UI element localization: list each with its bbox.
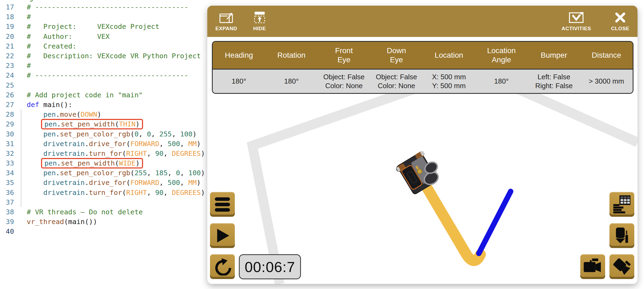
activities-button[interactable]: ACTIVITIES [562, 11, 591, 32]
code-line[interactable]: 33 pen.set_pen_width(WIDE) [0, 158, 207, 168]
code-text: # Project: VEXcode Project [27, 22, 159, 30]
code-text: # ------------------------------------- [27, 71, 188, 79]
code-text: # Add project code in "main" [27, 91, 143, 99]
play-button[interactable] [210, 223, 235, 248]
code-line[interactable]: 30 pen.set_pen_color_rgb(0, 0, 255, 100) [0, 129, 207, 139]
camera-3d-view-button[interactable] [609, 254, 634, 279]
line-number: 25 [0, 81, 14, 89]
line-number: 17 [0, 3, 14, 11]
dashboard-value: Object: FalseColor: None [370, 70, 423, 93]
code-line[interactable]: 38# VR threads — Do not delete [0, 207, 207, 217]
code-editor[interactable]: g 17# ----------------------------------… [0, 0, 207, 289]
dashboard-column-header: FrontEye [318, 42, 370, 69]
indent-guide [21, 109, 21, 207]
reset-button[interactable] [210, 254, 235, 279]
dashboard-value: Left: FalseRight: False [528, 70, 580, 93]
code-line[interactable]: 25 [0, 80, 207, 90]
code-text: # ------------------------------------- [27, 3, 188, 11]
code-line[interactable]: 40 [0, 226, 207, 236]
menu-icon [215, 197, 230, 212]
code-line[interactable]: 35 drivetrain.drive_for(FORWARD, 500, MM… [0, 178, 207, 187]
playground-toolbar: EXPAND HIDE ACTIVITIES [207, 6, 638, 37]
code-line[interactable]: 17# ------------------------------------… [0, 2, 207, 12]
code-text: drivetrain.drive_for(FORWARD, 500, MM) [27, 140, 201, 148]
dashboard-column-header: DownEye [370, 42, 423, 69]
play-icon [214, 227, 231, 244]
line-number: 38 [0, 208, 14, 216]
line-number: 37 [0, 198, 14, 206]
dashboard-icon [612, 195, 631, 214]
dashboard-column-header: LocationAngle [475, 42, 528, 69]
code-lines: 17# ------------------------------------… [0, 2, 207, 236]
code-text: # Description: VEXcode VR Python Project [27, 52, 201, 60]
dashboard-toggle-button[interactable] [609, 192, 634, 217]
code-line[interactable]: 36 drivetrain.turn_for(RIGHT, 90, DEGREE… [0, 188, 207, 197]
code-line[interactable]: 18# [0, 12, 207, 22]
dashboard-column-header: Bumper [528, 42, 580, 69]
dashboard-value-row: 180°180°Object: FalseColor: NoneObject: … [213, 69, 633, 93]
code-line[interactable]: 20# Author: VEX [0, 32, 207, 41]
code-text: # [27, 13, 35, 21]
code-line[interactable]: 32 drivetrain.turn_for(RIGHT, 90, DEGREE… [0, 149, 207, 158]
robot [395, 148, 445, 196]
line-number: 28 [0, 110, 14, 118]
timer-value: 00:06:7 [245, 259, 295, 275]
line-number: 27 [0, 101, 14, 109]
code-line[interactable]: 22# Description: VEXcode VR Python Proje… [0, 51, 207, 61]
code-text: def main(): [27, 101, 72, 109]
code-line[interactable]: 31 drivetrain.drive_for(FORWARD, 500, MM… [0, 139, 207, 149]
line-number: 22 [0, 52, 14, 60]
code-line[interactable]: 27def main(): [0, 100, 207, 109]
hide-button[interactable]: HIDE [253, 11, 266, 32]
dashboard-column-header: Location [423, 42, 475, 69]
code-text: pen.set_pen_width(THIN) [27, 119, 143, 129]
code-text: # Author: VEX [27, 32, 110, 40]
camera-3d-icon [612, 257, 631, 276]
code-line[interactable]: 24# ------------------------------------… [0, 70, 207, 80]
line-number: 34 [0, 169, 14, 177]
dashboard-value: > 3000 mm [580, 70, 633, 93]
dashboard-value: 180° [213, 70, 265, 93]
camera-icon [583, 257, 602, 276]
code-text: drivetrain.turn_for(RIGHT, 90, DEGREES) [27, 188, 205, 197]
line-number: 36 [0, 188, 14, 197]
sensor-dashboard: HeadingRotationFrontEyeDownEyeLocationLo… [212, 41, 633, 94]
close-button[interactable]: CLOSE [611, 11, 629, 32]
code-text: drivetrain.drive_for(FORWARD, 500, MM) [27, 178, 201, 187]
code-line[interactable]: 29 pen.set_pen_width(THIN) [0, 119, 207, 129]
vr-playground-panel: EXPAND HIDE ACTIVITIES [207, 6, 638, 284]
hide-label: HIDE [253, 26, 266, 32]
dashboard-header-row: HeadingRotationFrontEyeDownEyeLocationLo… [213, 42, 633, 69]
dashboard-column-header: Distance [580, 42, 633, 69]
pen-tool-icon [612, 226, 631, 245]
pen-tool-button[interactable] [609, 223, 634, 248]
code-line[interactable]: 37 [0, 197, 207, 207]
code-line[interactable]: 28 pen.move(DOWN) [0, 109, 207, 119]
line-number: 40 [0, 227, 14, 235]
line-number: 33 [0, 159, 14, 167]
code-line[interactable]: 21# Created: [0, 41, 207, 51]
line-number: 30 [0, 130, 14, 138]
expand-icon [219, 11, 233, 24]
menu-button[interactable] [210, 192, 235, 217]
reset-icon [213, 258, 231, 276]
camera-view-button[interactable] [580, 254, 605, 279]
line-number: 23 [0, 61, 14, 70]
expand-button[interactable]: EXPAND [215, 11, 237, 32]
code-line[interactable]: 23# [0, 61, 207, 70]
code-line[interactable]: 34 pen.set_pen_color_rgb(255, 185, 0, 10… [0, 168, 207, 178]
dashboard-column-header: Heading [213, 42, 265, 69]
activities-icon [569, 11, 584, 24]
line-number: 26 [0, 91, 14, 99]
line-number: 18 [0, 13, 14, 21]
close-label: CLOSE [611, 26, 629, 32]
hide-icon [253, 11, 266, 24]
code-line[interactable]: 19# Project: VEXcode Project [0, 22, 207, 31]
expand-label: EXPAND [215, 26, 237, 32]
line-number: 19 [0, 22, 14, 30]
code-line[interactable]: 26# Add project code in "main" [0, 90, 207, 100]
highlight-box: pen.set_pen_width(WIDE) [41, 158, 143, 168]
blue-thin-trail [479, 191, 511, 253]
code-line[interactable]: 39vr_thread(main()) [0, 217, 207, 226]
pen-trails [419, 174, 511, 261]
